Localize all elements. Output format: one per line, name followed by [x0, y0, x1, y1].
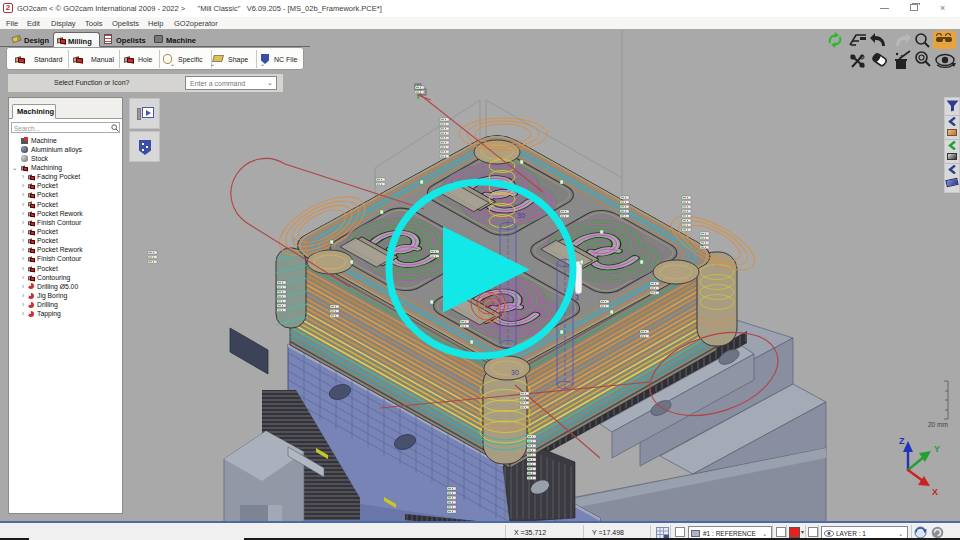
svg-text:30: 30: [511, 369, 519, 376]
svg-text:20 mm: 20 mm: [928, 421, 948, 428]
svg-text:X: X: [932, 487, 938, 497]
svg-text:Y: Y: [934, 444, 940, 454]
svg-text:Z: Z: [899, 436, 905, 446]
svg-text:3: 3: [575, 294, 579, 301]
svg-text:30: 30: [517, 212, 525, 219]
